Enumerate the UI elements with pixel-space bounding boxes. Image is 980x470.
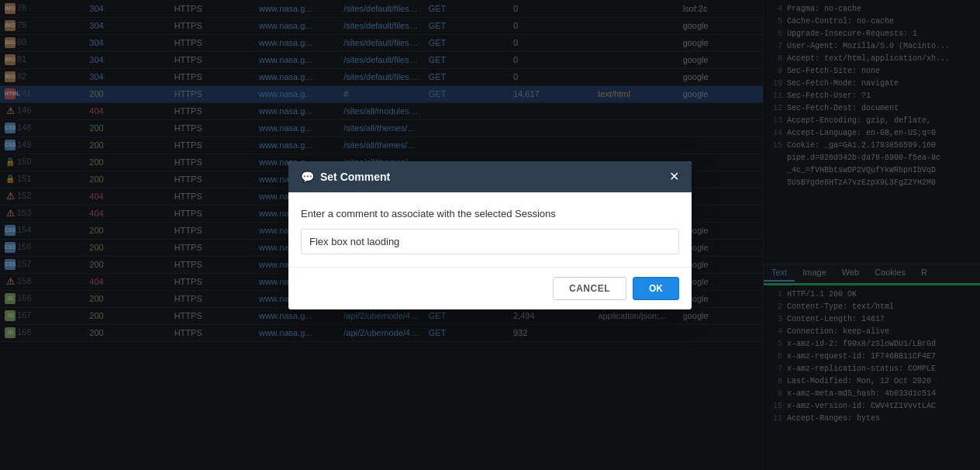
- modal-close-button[interactable]: ✕: [669, 171, 679, 183]
- modal-description: Enter a comment to associate with the se…: [301, 208, 679, 219]
- comment-icon: 💬: [301, 171, 314, 183]
- modal-title: Set Comment: [320, 171, 390, 183]
- set-comment-modal: 💬 Set Comment ✕ Enter a comment to assoc…: [288, 161, 692, 309]
- modal-footer: CANCEL OK: [288, 267, 692, 309]
- modal-body: Enter a comment to associate with the se…: [288, 192, 692, 267]
- comment-input[interactable]: [301, 229, 679, 254]
- modal-header: 💬 Set Comment ✕: [288, 161, 692, 192]
- app-container: IMG78 304 HTTPS www.nasa.g... /sites/def…: [0, 0, 980, 470]
- cancel-button[interactable]: CANCEL: [553, 277, 626, 300]
- modal-title-container: 💬 Set Comment: [301, 171, 390, 183]
- ok-button[interactable]: OK: [633, 277, 679, 300]
- modal-overlay: 💬 Set Comment ✕ Enter a comment to assoc…: [0, 0, 980, 470]
